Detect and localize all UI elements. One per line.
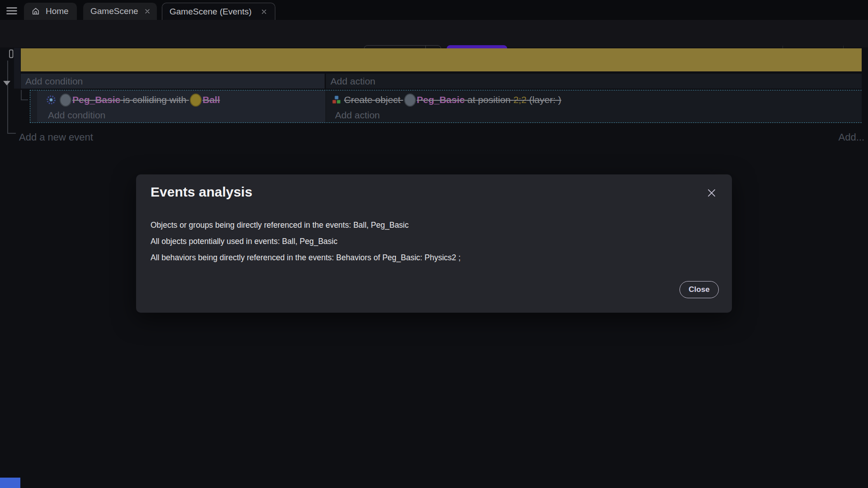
- condition-text: Peg_Basic is colliding with Ball: [59, 94, 220, 107]
- tab-label: GameScene (Events): [170, 7, 252, 17]
- add-more-button[interactable]: Add...: [839, 131, 864, 143]
- tab-home[interactable]: Home: [24, 3, 77, 20]
- corner-notification-fragment: [0, 478, 20, 488]
- analysis-line: All behaviors being directly referenced …: [151, 249, 717, 266]
- object-thumbnail-peg: [60, 94, 71, 107]
- hamburger-menu-button[interactable]: [5, 5, 18, 16]
- action-row[interactable]: Create object Peg_Basic at position 2;2 …: [331, 91, 561, 108]
- object-thumbnail-peg: [404, 94, 416, 107]
- collapse-arrow-icon[interactable]: [3, 81, 10, 85]
- tab-label: GameScene: [90, 6, 138, 16]
- tree-line: [7, 133, 16, 134]
- dialog-title: Events analysis: [151, 184, 252, 200]
- events-toolbar: Preview Publish: [0, 20, 868, 47]
- physics-behavior-icon: [46, 95, 56, 105]
- close-icon: [706, 187, 717, 199]
- hamburger-icon: [5, 5, 18, 17]
- analysis-line: All objects potentially used in events: …: [151, 233, 717, 249]
- close-icon[interactable]: [260, 8, 268, 15]
- object-thumbnail-ball: [190, 94, 202, 107]
- action-text: Create object Peg_Basic at position 2;2 …: [344, 94, 561, 107]
- events-analysis-dialog: Events analysis Objects or groups being …: [136, 174, 732, 313]
- event-actions-cell[interactable]: Create object Peg_Basic at position 2;2 …: [326, 90, 862, 122]
- add-action-button[interactable]: Add action: [330, 108, 380, 122]
- highlighted-event-block[interactable]: [21, 48, 862, 71]
- dialog-body: Objects or groups being directly referen…: [151, 217, 717, 266]
- add-condition-button[interactable]: Add condition: [21, 74, 325, 89]
- tab-gamescene[interactable]: GameScene: [83, 3, 157, 20]
- gdevelop-window: Home GameScene GameScene (Events): [0, 0, 868, 488]
- tree-line: [21, 99, 28, 100]
- event-conditions-cell[interactable]: Add condition: [21, 74, 325, 89]
- event-indent-strip: [30, 90, 37, 122]
- add-condition-button[interactable]: Add condition: [43, 108, 105, 122]
- close-button[interactable]: Close: [679, 281, 719, 298]
- tab-bar: Home GameScene GameScene (Events): [0, 0, 868, 20]
- analysis-line: Objects or groups being directly referen…: [151, 217, 717, 233]
- event-actions-cell[interactable]: Add action: [326, 74, 862, 89]
- tab-label: Home: [46, 6, 69, 16]
- tab-gamescene-events[interactable]: GameScene (Events): [162, 3, 275, 20]
- tree-line: [21, 90, 22, 100]
- dialog-close-button[interactable]: [706, 187, 717, 199]
- selected-event[interactable]: Peg_Basic is colliding with Ball Add con…: [30, 90, 862, 123]
- close-icon[interactable]: [144, 8, 151, 15]
- tree-line: [7, 61, 8, 133]
- condition-row[interactable]: Peg_Basic is colliding with Ball: [46, 91, 220, 108]
- add-new-event-button[interactable]: Add a new event: [19, 131, 93, 143]
- event-gutter: [14, 48, 20, 89]
- create-object-icon: [331, 95, 341, 105]
- event-conditions-cell[interactable]: Peg_Basic is colliding with Ball Add con…: [37, 90, 326, 122]
- home-icon: [31, 7, 40, 16]
- add-action-button[interactable]: Add action: [326, 74, 862, 89]
